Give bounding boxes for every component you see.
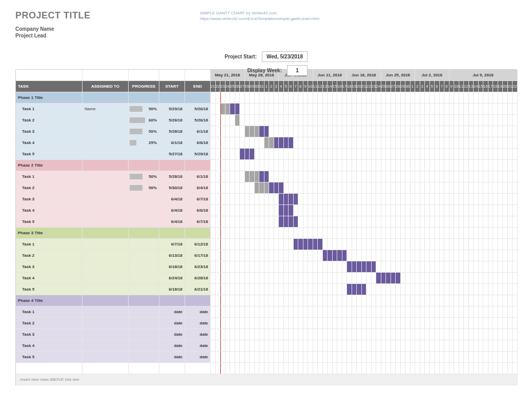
task-name-cell[interactable]: Task 2 [16,115,83,126]
assigned-cell[interactable] [83,194,129,205]
display-week-input[interactable]: 1 [287,65,308,76]
phase-title[interactable]: Phase 1 Title [16,92,83,104]
start-cell[interactable]: 5/28/18 [159,126,185,137]
end-cell[interactable]: 6/23/18 [185,261,211,273]
assigned-cell[interactable] [83,284,129,295]
assigned-cell[interactable] [83,352,129,363]
progress-cell[interactable] [129,318,159,329]
assigned-cell[interactable] [83,250,129,261]
assigned-cell[interactable] [83,115,129,126]
progress-cell[interactable] [129,284,159,295]
progress-cell[interactable] [129,250,159,261]
end-cell[interactable]: 6/7/18 [185,216,211,228]
end-cell[interactable]: 6/7/18 [185,194,211,205]
project-start-input[interactable]: Wed, 5/23/2018 [262,51,308,62]
end-cell[interactable]: 6/6/18 [185,205,211,216]
end-cell[interactable]: date [185,318,211,329]
task-name-cell[interactable]: Task 3 [16,194,83,205]
end-cell[interactable]: date [185,352,211,363]
company-name[interactable]: Company Name [15,26,200,32]
task-name-cell[interactable]: Task 1 [16,104,83,115]
end-cell[interactable]: 6/1/18 [185,126,211,137]
start-cell[interactable]: date [159,352,185,363]
task-name-cell[interactable]: Task 5 [16,149,83,160]
task-name-cell[interactable]: Task 1 [16,171,83,182]
progress-cell[interactable]: 50% [129,104,159,115]
end-cell[interactable]: 6/17/18 [185,250,211,261]
progress-cell[interactable]: 50% [129,126,159,137]
start-cell[interactable]: date [159,306,185,318]
progress-cell[interactable] [129,149,159,160]
task-name-cell[interactable]: Task 4 [16,273,83,284]
task-name-cell[interactable]: Task 2 [16,250,83,261]
progress-cell[interactable]: 25% [129,137,159,149]
end-cell[interactable]: 6/1/18 [185,171,211,182]
progress-cell[interactable]: 60% [129,115,159,126]
end-cell[interactable]: date [185,329,211,340]
end-cell[interactable]: 6/21/18 [185,284,211,295]
task-name-cell[interactable]: Task 2 [16,182,83,194]
start-cell[interactable]: 5/30/18 [159,182,185,194]
end-cell[interactable]: date [185,340,211,352]
progress-cell[interactable] [129,205,159,216]
progress-cell[interactable] [129,352,159,363]
assigned-cell[interactable] [83,239,129,250]
start-cell[interactable]: 6/18/18 [159,284,185,295]
assigned-cell[interactable] [83,340,129,352]
task-name-cell[interactable]: Task 4 [16,137,83,149]
start-cell[interactable]: date [159,340,185,352]
start-cell[interactable]: 6/4/18 [159,194,185,205]
end-cell[interactable]: 6/28/18 [185,273,211,284]
start-cell[interactable]: 5/23/18 [159,104,185,115]
task-name-cell[interactable]: Task 4 [16,340,83,352]
task-name-cell[interactable]: Task 1 [16,306,83,318]
task-name-cell[interactable]: Task 3 [16,329,83,340]
task-name-cell[interactable]: Task 3 [16,126,83,137]
phase-title[interactable]: Phase 4 Title [16,295,83,306]
assigned-cell[interactable] [83,261,129,273]
progress-cell[interactable] [129,273,159,284]
progress-cell[interactable] [129,194,159,205]
assigned-cell[interactable] [83,216,129,228]
start-cell[interactable]: 6/7/18 [159,239,185,250]
end-cell[interactable]: 6/12/18 [185,239,211,250]
assigned-cell[interactable] [83,205,129,216]
gantt-grid[interactable]: May 21, 2018May 28, 2018Jun 4, 2018Jun 1… [15,69,517,385]
task-name-cell[interactable]: Task 3 [16,261,83,273]
assigned-cell[interactable]: Name [83,104,129,115]
task-name-cell[interactable]: Task 5 [16,216,83,228]
assigned-cell[interactable] [83,137,129,149]
progress-cell[interactable] [129,306,159,318]
end-cell[interactable]: 5/29/18 [185,149,211,160]
start-cell[interactable]: 6/4/18 [159,216,185,228]
end-cell[interactable]: 5/26/18 [185,115,211,126]
task-name-cell[interactable]: Task 4 [16,205,83,216]
progress-cell[interactable] [129,261,159,273]
task-name-cell[interactable]: Task 1 [16,239,83,250]
assigned-cell[interactable] [83,171,129,182]
task-name-cell[interactable]: Task 5 [16,284,83,295]
progress-cell[interactable] [129,216,159,228]
end-cell[interactable]: 5/26/18 [185,104,211,115]
start-cell[interactable]: date [159,318,185,329]
end-cell[interactable]: 6/4/18 [185,182,211,194]
end-cell[interactable]: 6/6/18 [185,137,211,149]
start-cell[interactable]: 6/1/18 [159,137,185,149]
progress-cell[interactable]: 50% [129,182,159,194]
start-cell[interactable]: 5/27/18 [159,149,185,160]
phase-title[interactable]: Phase 2 Title [16,160,83,171]
progress-cell[interactable] [129,239,159,250]
start-cell[interactable]: 5/28/18 [159,171,185,182]
start-cell[interactable]: date [159,329,185,340]
assigned-cell[interactable] [83,318,129,329]
assigned-cell[interactable] [83,329,129,340]
start-cell[interactable]: 6/18/18 [159,261,185,273]
end-cell[interactable]: date [185,306,211,318]
project-title[interactable]: PROJECT TITLE [15,10,200,21]
task-name-cell[interactable]: Task 2 [16,318,83,329]
progress-cell[interactable] [129,340,159,352]
progress-cell[interactable]: 50% [129,171,159,182]
task-name-cell[interactable]: Task 5 [16,352,83,363]
start-cell[interactable]: 5/26/18 [159,115,185,126]
attribution-line2[interactable]: https://www.vertex42.com/ExcelTemplates/… [200,16,517,22]
